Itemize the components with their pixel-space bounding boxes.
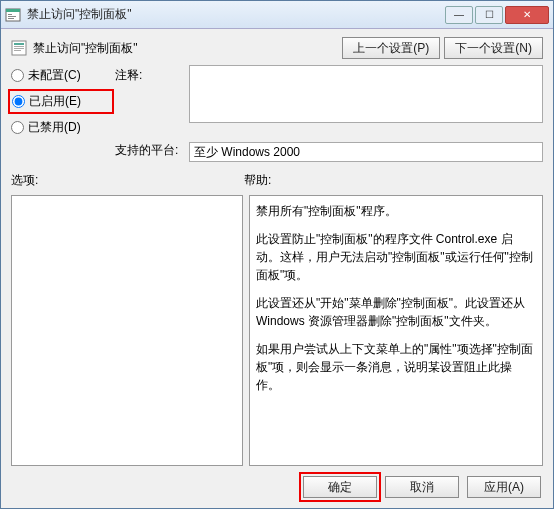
help-label: 帮助: <box>244 172 271 189</box>
document-icon <box>11 40 27 56</box>
close-button[interactable]: ✕ <box>505 6 549 24</box>
titlebar: 禁止访问"控制面板" — ☐ ✕ <box>1 1 553 29</box>
help-paragraph: 禁用所有"控制面板"程序。 <box>256 202 536 220</box>
radio-not-configured-input[interactable] <box>11 69 24 82</box>
section-labels: 选项: 帮助: <box>11 172 543 189</box>
svg-rect-7 <box>14 46 24 47</box>
platform-label: 支持的平台: <box>115 142 185 159</box>
radio-enabled-input[interactable] <box>12 95 25 108</box>
minimize-button[interactable]: — <box>445 6 473 24</box>
options-label: 选项: <box>11 172 244 189</box>
next-setting-button[interactable]: 下一个设置(N) <box>444 37 543 59</box>
prev-setting-button[interactable]: 上一个设置(P) <box>342 37 440 59</box>
state-radio-group: 未配置(C) 已启用(E) 已禁用(D) <box>11 65 111 136</box>
svg-rect-3 <box>8 16 16 17</box>
panels-row: 禁用所有"控制面板"程序。 此设置防止"控制面板"的程序文件 Control.e… <box>11 195 543 466</box>
svg-rect-4 <box>8 18 14 19</box>
comment-textarea[interactable] <box>189 65 543 123</box>
apply-button[interactable]: 应用(A) <box>467 476 541 498</box>
radio-not-configured-label: 未配置(C) <box>28 67 81 84</box>
comment-label: 注释: <box>115 65 185 84</box>
policy-icon <box>5 7 21 23</box>
help-panel: 禁用所有"控制面板"程序。 此设置防止"控制面板"的程序文件 Control.e… <box>249 195 543 466</box>
radio-disabled-label: 已禁用(D) <box>28 119 81 136</box>
svg-rect-2 <box>8 14 12 15</box>
svg-rect-8 <box>14 48 24 49</box>
dialog-footer: 确定 取消 应用(A) <box>11 472 543 500</box>
header-subtitle: 禁止访问"控制面板" <box>33 40 138 57</box>
config-grid: 未配置(C) 已启用(E) 已禁用(D) 注释: 支持的平台: 至少 Windo… <box>11 65 543 162</box>
maximize-button[interactable]: ☐ <box>475 6 503 24</box>
cancel-button[interactable]: 取消 <box>385 476 459 498</box>
ok-button[interactable]: 确定 <box>303 476 377 498</box>
svg-rect-1 <box>6 9 20 12</box>
dialog-body: 禁止访问"控制面板" 上一个设置(P) 下一个设置(N) 未配置(C) 已启用(… <box>1 29 553 508</box>
platform-value: 至少 Windows 2000 <box>194 144 300 161</box>
radio-disabled[interactable]: 已禁用(D) <box>11 119 111 136</box>
window-controls: — ☐ ✕ <box>445 6 549 24</box>
help-paragraph: 如果用户尝试从上下文菜单上的"属性"项选择"控制面板"项，则会显示一条消息，说明… <box>256 340 536 394</box>
dialog-window: 禁止访问"控制面板" — ☐ ✕ 禁止访问"控制面板" 上一个设置(P) 下一个… <box>0 0 554 509</box>
radio-enabled-label: 已启用(E) <box>29 93 81 110</box>
help-paragraph: 此设置还从"开始"菜单删除"控制面板"。此设置还从 Windows 资源管理器删… <box>256 294 536 330</box>
svg-rect-6 <box>14 43 24 45</box>
help-paragraph: 此设置防止"控制面板"的程序文件 Control.exe 启动。这样，用户无法启… <box>256 230 536 284</box>
radio-enabled[interactable]: 已启用(E) <box>11 92 111 111</box>
header-row: 禁止访问"控制面板" 上一个设置(P) 下一个设置(N) <box>11 37 543 59</box>
radio-disabled-input[interactable] <box>11 121 24 134</box>
window-title: 禁止访问"控制面板" <box>27 6 445 23</box>
options-panel <box>11 195 243 466</box>
radio-not-configured[interactable]: 未配置(C) <box>11 67 111 84</box>
svg-rect-9 <box>14 50 21 51</box>
platform-field: 至少 Windows 2000 <box>189 142 543 162</box>
